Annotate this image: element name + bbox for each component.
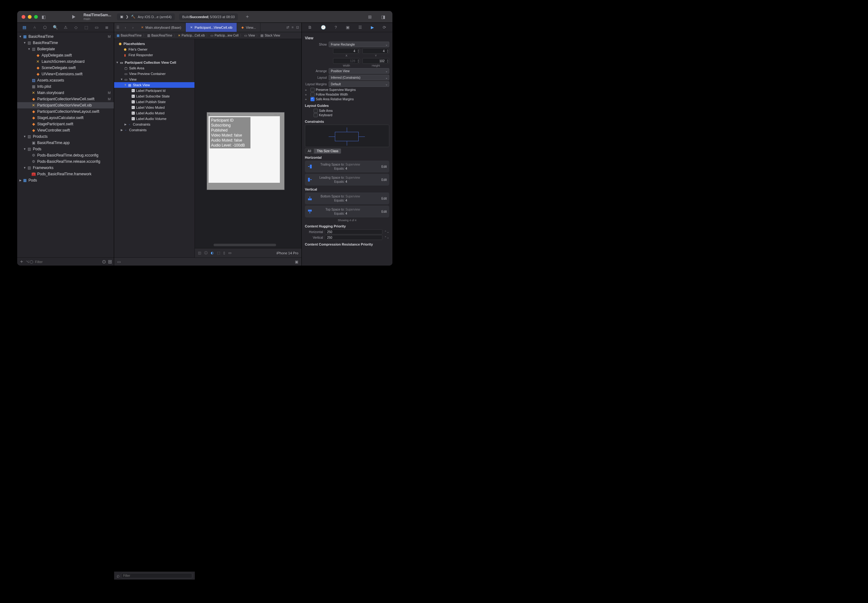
outline-label-item[interactable]: LLabel Subscribe State: [114, 93, 194, 99]
outline-stack-view-selected[interactable]: ▼▤Stack View: [114, 82, 194, 88]
constraints-diagram[interactable]: [305, 125, 389, 147]
outline-label-item[interactable]: LLabel Audio Muted: [114, 110, 194, 116]
appearance-icon[interactable]: ◐: [211, 251, 214, 255]
preserve-superview-checkbox[interactable]: [310, 88, 315, 92]
stepper-icon[interactable]: ⌃⌄: [384, 236, 389, 239]
toggle-inspector-icon[interactable]: ◨: [377, 13, 389, 21]
add-file-button[interactable]: ＋: [19, 258, 24, 265]
constraint-top[interactable]: Top Space to: Superview Equals: 4 Edit: [305, 206, 389, 218]
related-items-icon[interactable]: ☰: [114, 25, 122, 29]
horizontal-scrollbar[interactable]: [214, 244, 276, 246]
add-tab-button[interactable]: ＋: [242, 13, 253, 21]
outline-label-item[interactable]: LLabel Publish State: [114, 99, 194, 105]
toggle-navigator-icon[interactable]: ◧: [38, 13, 49, 21]
constraint-leading[interactable]: Leading Space to: Superview Equals: 4 Ed…: [305, 174, 389, 186]
source-control-navigator-icon[interactable]: ⑃: [32, 25, 38, 30]
editor-options-icon[interactable]: ≡: [292, 25, 294, 29]
edit-constraint-button[interactable]: Edit: [381, 165, 387, 169]
readable-width-checkbox[interactable]: [310, 93, 315, 97]
safe-area-guide-checkbox[interactable]: [314, 109, 318, 113]
navigator-filter-input[interactable]: [35, 260, 100, 264]
keyboard-guide-checkbox[interactable]: [314, 113, 318, 117]
issue-navigator-icon[interactable]: ⚠: [62, 25, 69, 30]
device-label[interactable]: iPhone 14 Pro: [276, 251, 298, 255]
tree-file[interactable]: ◆UIView+Extensions.swift: [17, 71, 114, 77]
tree-project-root[interactable]: ▼▦ BasicRealTime M: [17, 33, 114, 40]
y-field[interactable]: 4▴▾: [363, 48, 389, 54]
height-field[interactable]: 102▴▾: [363, 58, 389, 64]
recent-filter-icon[interactable]: ⊙: [102, 259, 106, 264]
tree-group[interactable]: ▼▥ Boilerplate: [17, 46, 114, 52]
tree-file[interactable]: ▦Info.plist: [17, 83, 114, 90]
library-button[interactable]: ⊞: [364, 13, 375, 21]
outline-label-item[interactable]: LLabel Video Muted: [114, 105, 194, 110]
edit-constraint-button[interactable]: Edit: [381, 178, 387, 181]
hug-h-field[interactable]: 250: [325, 229, 383, 234]
tree-file-selected[interactable]: ✕ParticipantCollectionViewCell.xib: [17, 102, 114, 108]
constraint-trailing[interactable]: Trailing Space to: Superview Equals: 4 E…: [305, 161, 389, 172]
stepper-icon[interactable]: ⌃⌄: [384, 230, 389, 233]
outline-label-item[interactable]: LLabel Audio Volume: [114, 116, 194, 122]
jump-bar[interactable]: ▦BasicRealTime〉 ▥BasicRealTime〉 ✕Partici…: [114, 32, 301, 39]
layout-margins-popup[interactable]: Default: [329, 81, 389, 87]
tab-view[interactable]: ◆View...: [237, 23, 260, 32]
add-margin-icon[interactable]: +: [305, 88, 308, 92]
outline-cell[interactable]: ▼▭Participant Collection View Cell: [114, 60, 194, 65]
help-inspector-icon[interactable]: ?: [335, 25, 337, 30]
edit-constraint-button[interactable]: Edit: [381, 210, 387, 213]
debug-expand-icon[interactable]: ▣: [295, 260, 298, 264]
device-phone-icon[interactable]: ▯: [223, 251, 225, 255]
tree-file[interactable]: ⚙Pods-BasicRealTime.debug.xcconfig: [17, 152, 114, 158]
adjust-editor-icon[interactable]: ⇄: [287, 25, 289, 29]
close-window-button[interactable]: [22, 15, 25, 19]
device-pad-icon[interactable]: ▭: [228, 251, 231, 255]
outline-constraints[interactable]: ▶▫Constraints: [114, 122, 194, 127]
nav-forward-icon[interactable]: ›: [129, 26, 136, 29]
connections-inspector-icon[interactable]: ⟳: [383, 25, 386, 30]
width-field[interactable]: 128▴▾: [333, 58, 360, 64]
crumb[interactable]: BasicRealTime: [121, 34, 142, 37]
outline-preview-container[interactable]: ▭View Preview Container: [114, 71, 194, 77]
outline-constraints[interactable]: ▶▫Constraints: [114, 127, 194, 133]
test-navigator-icon[interactable]: ◇: [73, 25, 79, 30]
tree-project-ref[interactable]: ▶▦Pods: [17, 177, 114, 183]
tree-file[interactable]: ◆ParticipantCollectionViewLayout.swift: [17, 108, 114, 114]
toggle-outline-icon[interactable]: ◫: [198, 251, 201, 255]
arrange-popup[interactable]: Position View: [329, 68, 389, 74]
orientation-icon[interactable]: ⬚: [217, 251, 220, 255]
show-popup[interactable]: Frame Rectangle: [329, 42, 389, 47]
outline-safe-area[interactable]: ▢Safe Area: [114, 65, 194, 71]
tab-main-storyboard[interactable]: ✕Main.storyboard (Base): [136, 23, 186, 32]
tree-group[interactable]: ▼▥Products: [17, 133, 114, 140]
add-editor-icon[interactable]: ⊡: [296, 25, 299, 29]
canvas-cell[interactable]: ✕ ⋯⋯ Participant ID Subscribing Publishe…: [207, 112, 285, 190]
debug-navigator-icon[interactable]: ⬚: [83, 25, 90, 30]
x-field[interactable]: 4▴▾: [333, 48, 360, 54]
tree-group[interactable]: ▼▥Pods: [17, 146, 114, 152]
seg-all[interactable]: All: [305, 148, 314, 154]
debug-toggle-icon[interactable]: ▭: [117, 260, 121, 264]
tree-file[interactable]: 🧰Pods_BasicRealTime.framework: [17, 171, 114, 177]
history-inspector-icon[interactable]: 🕘: [321, 25, 326, 30]
identity-inspector-icon[interactable]: ▣: [346, 25, 350, 30]
filter-scope-icon[interactable]: ⌥◯: [26, 260, 33, 263]
outline-view[interactable]: ▼▭View: [114, 77, 194, 82]
size-inspector-icon[interactable]: ▶: [371, 25, 374, 30]
zoom-window-button[interactable]: [34, 15, 38, 19]
tree-file[interactable]: ▣BasicRealTime.app: [17, 140, 114, 146]
tree-file[interactable]: ◆StageParticipant.swift: [17, 121, 114, 127]
scm-filter-icon[interactable]: ⊞: [108, 259, 112, 264]
tab-participant-xib[interactable]: ✕Participant...ViewCell.xib: [186, 23, 237, 32]
find-navigator-icon[interactable]: 🔍: [52, 25, 59, 30]
tree-file[interactable]: ✕LaunchScreen.storyboard: [17, 59, 114, 65]
constraint-bottom[interactable]: Bottom Space to: Superview Equals: 4 Edi…: [305, 192, 389, 204]
edit-constraint-button[interactable]: Edit: [381, 197, 387, 200]
tree-file[interactable]: ⚙Pods-BasicRealTime.release.xcconfig: [17, 158, 114, 165]
canvas-viewport[interactable]: ✕ ⋯⋯ Participant ID Subscribing Publishe…: [195, 39, 301, 248]
hug-v-field[interactable]: 250: [325, 235, 383, 240]
crumb[interactable]: View: [248, 34, 255, 37]
crumb[interactable]: Particip...Cell.xib: [182, 34, 205, 37]
tree-file[interactable]: ◆ParticipantCollectionViewCell.swiftM: [17, 96, 114, 102]
add-margin-icon[interactable]: +: [305, 93, 308, 97]
scheme-selector[interactable]: RealTimeSam... main: [84, 13, 111, 21]
